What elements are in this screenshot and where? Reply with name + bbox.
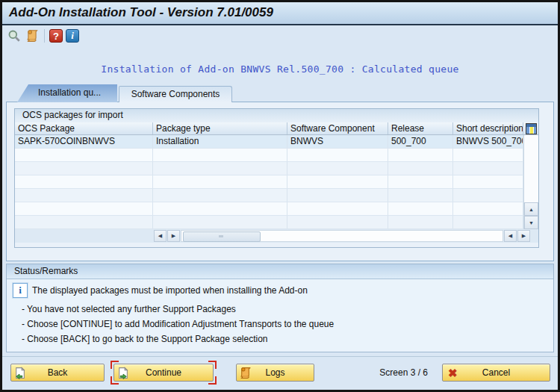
table-cell [287, 162, 388, 175]
application-toolbar: ? i [2, 25, 558, 46]
table-cell: 500_700 [388, 135, 453, 148]
continue-button-focus-frame: Continue [111, 361, 217, 385]
ocs-packages-groupbox: OCS packages for import OCS PackagePacka… [14, 108, 539, 248]
table-cell [287, 189, 388, 202]
cancel-button-label: Cancel [482, 367, 510, 378]
table-cell [153, 175, 287, 188]
toolbar-separator [44, 29, 45, 43]
scroll-left-button[interactable]: ◀ [154, 230, 167, 242]
back-button[interactable]: Back [10, 364, 105, 382]
column-header-release[interactable]: Release [388, 122, 453, 134]
column-header-short-description[interactable]: Short description [453, 122, 523, 134]
column-config-icon [526, 123, 537, 134]
table-row-empty[interactable] [15, 175, 523, 189]
status-lines: - You have not selected any further Supp… [22, 302, 334, 346]
horizontal-scrollbar: ◀ ▶ ◀ ▶ [15, 229, 538, 243]
table-cell: BNWVS 500_700 [453, 135, 523, 148]
screen-indicator: Screen 3 / 6 [323, 364, 428, 382]
status-line: - Choose [CONTINUE] to add Modification … [22, 317, 334, 332]
groupbox-title: OCS packages for import [15, 109, 538, 123]
table-cell: SAPK-570COINBNWVS [15, 135, 153, 148]
scroll-right-button-2[interactable]: ▶ [517, 230, 530, 242]
table-row-empty[interactable] [15, 149, 523, 162]
table-cell [153, 189, 287, 202]
table-cell [15, 189, 153, 202]
table-row-empty[interactable] [15, 162, 523, 175]
table-cell [388, 202, 453, 215]
scrollbar-track[interactable] [181, 230, 503, 242]
continue-button-label: Continue [146, 367, 181, 378]
table-cell [15, 216, 153, 228]
table-cell: Installation [153, 135, 287, 148]
table-cell [388, 162, 453, 175]
table-body: SAPK-570COINBNWVSInstallationBNWVS500_70… [15, 135, 523, 229]
table-cell [453, 216, 523, 228]
logs-scroll-icon [239, 367, 252, 379]
table-cell [15, 175, 153, 188]
search-icon[interactable] [7, 28, 22, 43]
continue-button[interactable]: Continue [113, 364, 214, 382]
status-line: - Choose [BACK] to go back to the Suppor… [22, 332, 334, 346]
info-icon[interactable]: i [66, 29, 79, 43]
column-header-package-type[interactable]: Package type [153, 122, 287, 134]
table-cell [388, 189, 453, 202]
column-config-button[interactable] [523, 122, 538, 134]
status-remarks-title: Status/Remarks [7, 264, 553, 279]
table-cell [287, 202, 388, 215]
status-remarks-box: Status/Remarks i The displayed packages … [6, 264, 554, 352]
table-row[interactable]: SAPK-570COINBNWVSInstallationBNWVS500_70… [15, 135, 523, 149]
button-bar: Back Continue Logs S [2, 356, 558, 391]
scroll-right-button[interactable]: ▶ [167, 230, 180, 242]
vertical-scrollbar[interactable]: ▲ ▼ [523, 135, 538, 229]
table-cell [287, 216, 388, 228]
window-title-bar: Add-On Installation Tool - Version 7.01/… [2, 2, 558, 25]
table-cell [287, 149, 388, 161]
page-back-icon [13, 367, 26, 379]
back-button-label: Back [48, 367, 68, 378]
help-icon[interactable]: ? [49, 29, 63, 43]
table-cell [15, 162, 153, 175]
table-row-empty[interactable] [15, 202, 523, 216]
screen-message: Installation of Add-on BNWVS Rel.500_700… [2, 63, 558, 75]
table-cell [15, 202, 153, 215]
page-continue-icon [116, 367, 129, 379]
column-header-software-component[interactable]: Software Component [287, 122, 388, 134]
window-title: Add-On Installation Tool - Version 7.01/… [9, 5, 273, 20]
tab-installation-queue[interactable]: Installation qu... [17, 84, 117, 102]
info-icon: i [13, 283, 28, 298]
table-cell [453, 162, 523, 175]
table-row-empty[interactable] [15, 216, 523, 229]
table-cell [453, 149, 523, 161]
table-row-empty[interactable] [15, 189, 523, 202]
cancel-button[interactable]: ✖ Cancel [442, 364, 550, 382]
logs-button-label: Logs [265, 367, 284, 378]
column-header-ocs-package[interactable]: OCS Package [15, 122, 153, 134]
scroll-up-button[interactable]: ▲ [524, 202, 538, 216]
table-cell [15, 149, 153, 161]
table-cell [153, 162, 287, 175]
scroll-left-button-2[interactable]: ◀ [504, 230, 517, 242]
scrollbar-thumb[interactable] [183, 231, 261, 242]
sap-addon-installation-window: Add-On Installation Tool - Version 7.01/… [0, 0, 560, 392]
status-line: - You have not selected any further Supp… [22, 302, 334, 317]
status-remarks-body: i The displayed packages must be importe… [7, 279, 553, 352]
table-cell [153, 202, 287, 215]
table-cell [453, 175, 523, 188]
table-cell [388, 216, 453, 228]
table-cell [153, 149, 287, 161]
table-cell [453, 189, 523, 202]
logs-scroll-icon[interactable] [25, 28, 40, 43]
table-cell [453, 202, 523, 215]
logs-button[interactable]: Logs [236, 364, 314, 382]
table-cell [388, 175, 453, 188]
tab-content-panel: OCS packages for import OCS PackagePacka… [6, 102, 554, 261]
tab-software-components[interactable]: Software Components [119, 86, 232, 102]
tab-strip: Installation qu... Software Components [17, 84, 232, 102]
cancel-x-icon: ✖ [448, 367, 458, 379]
table-header-row: OCS PackagePackage typeSoftware Componen… [15, 122, 538, 135]
table-cell [153, 216, 287, 228]
table-cell [287, 175, 388, 188]
scroll-down-button[interactable]: ▼ [524, 216, 538, 229]
status-line: The displayed packages must be imported … [32, 285, 308, 296]
table-cell: BNWVS [287, 135, 388, 148]
